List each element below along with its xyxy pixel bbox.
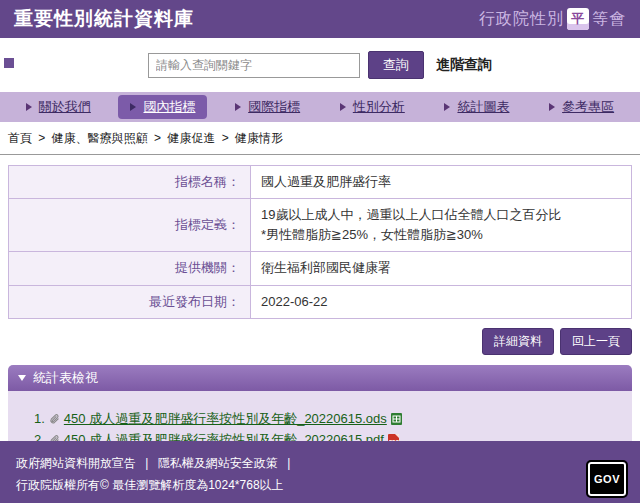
- decorative-square: [4, 58, 14, 68]
- nav-item-label: 統計圖表: [457, 98, 509, 116]
- triangle-bullet-icon: [340, 103, 346, 111]
- nav-item-label: 關於我們: [39, 98, 91, 116]
- breadcrumb-separator: >: [38, 131, 45, 145]
- site-title: 重要性別統計資料庫: [14, 6, 194, 32]
- site-footer: 政府網站資料開放宣告 | 隱私權及網站安全政策 | 行政院版權所有© 最佳瀏覽解…: [0, 441, 640, 503]
- nav-item-label: 國內指標: [143, 98, 195, 116]
- indicator-detail-table: 指標名稱： 國人過重及肥胖盛行率 指標定義： 19歲以上成人中，過重以上人口佔全…: [8, 165, 632, 319]
- ods-file-link[interactable]: 450 成人過重及肥胖盛行率按性別及年齡_20220615.ods: [64, 410, 387, 428]
- search-input[interactable]: [148, 53, 360, 78]
- breadcrumb-separator: >: [222, 131, 229, 145]
- search-bar: 查詢 進階查詢: [0, 38, 640, 92]
- row-label: 最近發布日期：: [9, 285, 251, 318]
- triangle-bullet-icon: [444, 103, 450, 111]
- triangle-bullet-icon: [549, 103, 555, 111]
- table-row: 最近發布日期： 2022-06-22: [9, 285, 632, 318]
- advanced-search-link[interactable]: 進階查詢: [436, 56, 492, 74]
- list-item: 1. 450 成人過重及肥胖盛行率按性別及年齡_20220615.ods: [34, 410, 622, 428]
- row-label: 提供機關：: [9, 252, 251, 285]
- definition-line-2: *男性體脂肪≧25%，女性體脂肪≧30%: [261, 225, 621, 245]
- gov-logo[interactable]: GOV: [588, 462, 626, 496]
- row-label: 指標名稱：: [9, 166, 251, 199]
- org-name-suffix: 等會: [592, 9, 626, 30]
- nav-item-statistics-charts[interactable]: 統計圖表: [432, 95, 521, 119]
- nav-item-international-indicators[interactable]: 國際指標: [223, 95, 312, 119]
- gov-logo-text: GOV: [594, 469, 620, 489]
- nav-item-about[interactable]: 關於我們: [14, 95, 103, 119]
- paperclip-icon: [49, 413, 60, 425]
- file-index: 1.: [34, 411, 45, 426]
- triangle-bullet-icon: [26, 103, 32, 111]
- breadcrumb-health-promotion[interactable]: 健康促進: [167, 131, 215, 145]
- gender-equality-logo-icon: 平: [567, 8, 589, 30]
- nav-item-label: 性別分析: [353, 98, 405, 116]
- footer-separator: |: [287, 456, 290, 470]
- ods-file-icon: [391, 413, 402, 425]
- breadcrumb-home[interactable]: 首頁: [8, 131, 32, 145]
- open-data-declaration-link[interactable]: 政府網站資料開放宣告: [16, 456, 136, 470]
- footer-links-line: 政府網站資料開放宣告 | 隱私權及網站安全政策 |: [16, 452, 624, 474]
- triangle-bullet-icon: [130, 103, 136, 111]
- indicator-name-value: 國人過重及肥胖盛行率: [251, 166, 632, 199]
- table-row: 指標定義： 19歲以上成人中，過重以上人口佔全體人口之百分比 *男性體脂肪≧25…: [9, 199, 632, 252]
- chevron-down-icon: [18, 375, 26, 381]
- definition-line-1: 19歲以上成人中，過重以上人口佔全體人口之百分比: [261, 205, 621, 225]
- main-nav: 關於我們 國內指標 國際指標 性別分析 統計圖表 參考專區: [0, 92, 640, 122]
- nav-item-gender-analysis[interactable]: 性別分析: [328, 95, 417, 119]
- back-button[interactable]: 回上一頁: [560, 328, 632, 355]
- table-row: 指標名稱： 國人過重及肥胖盛行率: [9, 166, 632, 199]
- nav-item-label: 參考專區: [562, 98, 614, 116]
- indicator-definition-value: 19歲以上成人中，過重以上人口佔全體人口之百分比 *男性體脂肪≧25%，女性體脂…: [251, 199, 632, 252]
- org-branding: 行政院性別 平 等會: [479, 8, 626, 30]
- indicator-published-value: 2022-06-22: [251, 285, 632, 318]
- nav-item-domestic-indicators[interactable]: 國內指標: [118, 95, 207, 119]
- org-logo-char: 平: [571, 10, 585, 28]
- stats-section-toggle[interactable]: 統計表檢視: [8, 365, 632, 391]
- footer-copyright: 行政院版權所有© 最佳瀏覽解析度為1024*768以上: [16, 474, 624, 496]
- page: 重要性別統計資料庫 行政院性別 平 等會 查詢 進階查詢 關於我們 國內指標 國…: [0, 0, 640, 503]
- triangle-bullet-icon: [235, 103, 241, 111]
- detail-data-button[interactable]: 詳細資料: [482, 328, 554, 355]
- search-button[interactable]: 查詢: [368, 51, 424, 79]
- privacy-policy-link[interactable]: 隱私權及網站安全政策: [158, 456, 278, 470]
- nav-item-label: 國際指標: [248, 98, 300, 116]
- breadcrumb-health-care[interactable]: 健康、醫療與照顧: [52, 131, 148, 145]
- action-button-row: 詳細資料 回上一頁: [8, 328, 632, 355]
- stats-section-title: 統計表檢視: [33, 369, 98, 387]
- table-row: 提供機關： 衛生福利部國民健康署: [9, 252, 632, 285]
- breadcrumb-health-status: 健康情形: [235, 131, 283, 145]
- breadcrumb: 首頁 > 健康、醫療與照顧 > 健康促進 > 健康情形: [0, 122, 640, 155]
- nav-item-reference[interactable]: 參考專區: [537, 95, 626, 119]
- org-name-prefix: 行政院性別: [479, 9, 564, 30]
- breadcrumb-separator: >: [154, 131, 161, 145]
- indicator-agency-value: 衛生福利部國民健康署: [251, 252, 632, 285]
- row-label: 指標定義：: [9, 199, 251, 252]
- site-header: 重要性別統計資料庫 行政院性別 平 等會: [0, 0, 640, 38]
- footer-separator: |: [145, 456, 148, 470]
